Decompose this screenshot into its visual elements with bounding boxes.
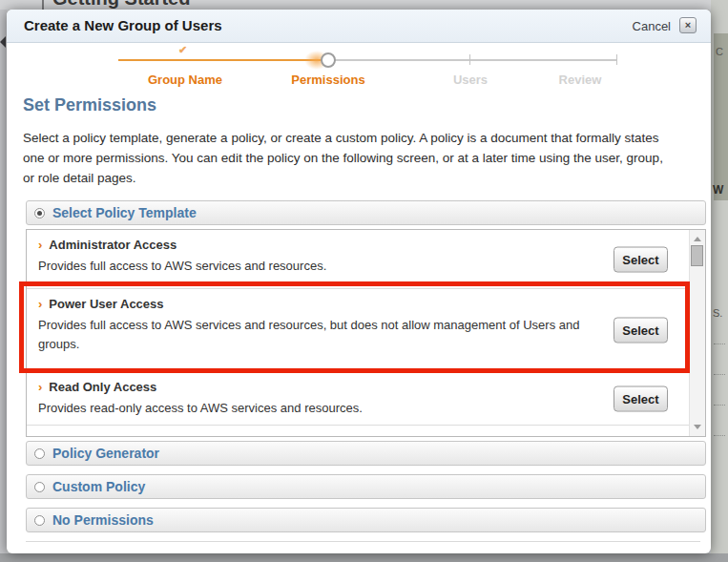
- template-description: Provides read-only access to AWS service…: [38, 399, 611, 418]
- step-label-permissions: Permissions: [291, 73, 364, 87]
- template-title: ›Power User Access: [38, 297, 689, 311]
- policy-template-rows: ›Administrator Access Provides full acce…: [27, 230, 689, 436]
- create-group-wizard-dialog: Create a New Group of Users Cancel × ✔ G…: [7, 10, 711, 553]
- radio-unselected-icon[interactable]: [34, 448, 45, 459]
- template-name: Read Only Access: [49, 380, 156, 394]
- section-label: Policy Generator: [52, 446, 159, 461]
- dialog-header: Create a New Group of Users Cancel ×: [7, 10, 711, 43]
- background-panel-border: [42, 0, 44, 10]
- step-tick-review: [616, 54, 617, 65]
- background-dotted-line: [714, 343, 725, 344]
- background-right-strip: C W S.: [711, 0, 728, 562]
- template-description: Provides full access to AWS services and…: [38, 316, 611, 354]
- background-dotted-line: [714, 405, 725, 406]
- radio-unselected-icon[interactable]: [34, 515, 45, 526]
- template-description: Provides full access to AWS services and…: [38, 257, 611, 276]
- background-text-fragment: C: [716, 46, 723, 57]
- background-text-fragment: W: [713, 183, 723, 197]
- background-page-heading: Getting Started: [52, 0, 190, 10]
- select-button-read-only[interactable]: Select: [614, 385, 668, 411]
- background-right-block: [714, 33, 728, 200]
- chevron-right-icon: ›: [38, 238, 42, 252]
- section-policy-generator[interactable]: Policy Generator: [26, 441, 706, 466]
- step-label-group-name: Group Name: [148, 73, 222, 87]
- panel-collapse-arrow-icon: [0, 36, 6, 48]
- scrollbar-thumb[interactable]: [691, 245, 703, 266]
- section-label: Select Policy Template: [52, 205, 197, 220]
- chevron-right-icon: ›: [38, 380, 42, 394]
- template-title: ›Read Only Access: [38, 380, 689, 394]
- screen: Getting Started C W S. Create a New Grou…: [0, 0, 728, 562]
- scroll-up-icon[interactable]: [694, 237, 701, 241]
- intro-text: Select a policy template, generate a pol…: [23, 128, 670, 188]
- radio-dot-icon: [37, 211, 42, 216]
- section-label: Custom Policy: [52, 479, 145, 494]
- background-page-strip: Getting Started: [0, 0, 728, 10]
- scroll-down-icon[interactable]: [694, 425, 701, 429]
- background-left-strip: [0, 10, 7, 553]
- cancel-link[interactable]: Cancel: [633, 19, 671, 33]
- background-dotted-line: [714, 374, 725, 375]
- radio-selected-icon[interactable]: [34, 208, 45, 219]
- section-no-permissions[interactable]: No Permissions: [26, 508, 706, 532]
- footer-divider: [26, 541, 700, 542]
- step-tick-users: [469, 54, 470, 65]
- dialog-title: Create a New Group of Users: [24, 17, 222, 33]
- radio-unselected-icon[interactable]: [34, 482, 45, 492]
- select-button-power-user[interactable]: Select: [614, 318, 668, 343]
- chevron-right-icon: ›: [38, 297, 42, 311]
- section-label: No Permissions: [52, 512, 154, 528]
- template-name: Power User Access: [49, 297, 163, 311]
- select-button-administrator[interactable]: Select: [614, 246, 668, 272]
- progress-track-completed: [118, 59, 322, 61]
- template-row-administrator-access[interactable]: ›Administrator Access Provides full acce…: [27, 230, 689, 289]
- background-dotted-line: [714, 435, 725, 436]
- section-custom-policy[interactable]: Custom Policy: [26, 474, 706, 499]
- template-row-read-only-access[interactable]: ›Read Only Access Provides read-only acc…: [27, 372, 689, 426]
- list-scrollbar[interactable]: [689, 230, 705, 436]
- close-icon[interactable]: ×: [679, 17, 697, 33]
- page-title: Set Permissions: [23, 95, 156, 115]
- policy-template-list: ›Administrator Access Provides full acce…: [26, 229, 706, 437]
- background-text-fragment: S.: [713, 307, 722, 319]
- template-row-power-user-access[interactable]: ›Power User Access Provides full access …: [27, 289, 689, 372]
- wizard-progress: ✔ Group Name Permissions Users Review: [7, 43, 711, 100]
- template-title: ›Administrator Access: [38, 238, 689, 252]
- section-select-policy-template[interactable]: Select Policy Template: [26, 200, 706, 225]
- step-label-users: Users: [453, 73, 488, 87]
- template-name: Administrator Access: [49, 238, 177, 252]
- step-complete-check-icon: ✔: [178, 44, 187, 56]
- current-step-marker-icon: [321, 52, 336, 68]
- background-bottom-strip: [0, 553, 728, 562]
- step-label-review: Review: [559, 73, 602, 87]
